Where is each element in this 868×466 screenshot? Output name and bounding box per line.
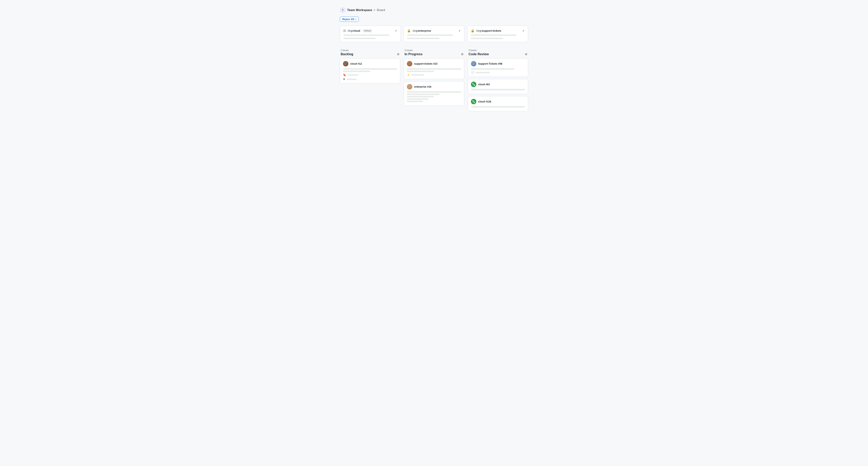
repo-card-name: Org/cloud (348, 29, 360, 32)
breadcrumb-page: Board (377, 8, 385, 12)
column-backlog: 2 Issues Backlog ⚙ cloud #12 🔖 (340, 47, 400, 86)
repo-card-cloud[interactable]: ⊟ Org/cloud Default ✓ (340, 26, 401, 42)
repo-card-bar (407, 34, 453, 36)
repo-icon: ⊟ (343, 29, 346, 33)
issue-meta-bookmark: 🔖 (343, 73, 397, 76)
svg-point-2 (472, 100, 473, 101)
issue-card-header: cloud #63 (471, 82, 525, 87)
column-issue-count: 3 Issues (404, 49, 463, 52)
issue-title: Support-Tickets #98 (478, 62, 502, 65)
repo-card-name: Org/enterprise (413, 29, 431, 32)
column-code-review: 3 Issues Code Review ⚙ Support-Tickets #… (468, 47, 528, 113)
column-issue-count: 2 Issues (341, 49, 399, 52)
issue-title: cloud #126 (478, 100, 491, 103)
issue-card-header: cloud #12 (343, 61, 397, 66)
column-issue-count: 3 Issues (469, 49, 527, 52)
repo-card-header: 🔒 Org/enterprise ✓ (407, 29, 461, 33)
gear-icon[interactable]: ⚙ (397, 53, 399, 56)
issue-title: cloud #63 (478, 83, 490, 86)
bookmark-icon: 🔖 (343, 73, 346, 76)
repo-card-bar-short (343, 38, 376, 39)
repo-card-bar-short (471, 38, 503, 39)
check-icon: ✓ (522, 29, 525, 32)
default-badge: Default (363, 29, 372, 32)
breadcrumb: T Team Workspace > Board (340, 7, 528, 13)
pull-request-icon (471, 99, 476, 104)
repo-card-bar (471, 34, 517, 36)
board: 2 Issues Backlog ⚙ cloud #12 🔖 (340, 47, 528, 113)
column-title-row: In Progress ⚙ (404, 52, 463, 56)
issue-meta-bar (411, 74, 424, 76)
gear-icon[interactable]: ⚙ (461, 53, 464, 56)
issue-meta-milestone: ⚑ (343, 78, 397, 81)
column-title-code-review: Code Review (469, 52, 489, 56)
chevron-down-icon: ▾ (355, 18, 356, 21)
lock-icon: 🔒 (471, 29, 474, 33)
avatar (471, 61, 476, 66)
workspace-name: Team Workspace (347, 8, 372, 12)
issue-bar (343, 71, 370, 72)
lightning-icon: ⚡ (407, 73, 410, 76)
column-header-code-review: 3 Issues Code Review ⚙ (468, 47, 528, 58)
issue-card-support-98[interactable]: Support-Tickets #98 📄 (468, 58, 528, 77)
issue-bar (471, 89, 525, 90)
issue-bar (407, 71, 434, 72)
issue-bar (407, 96, 434, 97)
issue-bar (407, 101, 423, 102)
repo-card-name: Org/support-tickets (476, 29, 501, 32)
milestone-icon: ⚑ (343, 78, 345, 81)
issue-meta-doc: 📄 (471, 71, 525, 74)
lock-icon: 🔒 (407, 29, 411, 33)
repo-card-header: 🔒 Org/support-tickets ✓ (471, 29, 525, 33)
issue-bar (407, 94, 439, 95)
column-title-row: Code Review ⚙ (469, 52, 527, 56)
issue-title: cloud #12 (350, 62, 362, 65)
issue-meta-bar (475, 72, 490, 73)
repos-filter-button[interactable]: Repos 3/3 ▾ (340, 17, 359, 22)
column-title-row: Backlog ⚙ (341, 52, 399, 56)
repo-card-header: ⊟ Org/cloud Default ✓ (343, 29, 397, 33)
svg-point-0 (472, 83, 473, 84)
issue-card-header: cloud #126 (471, 99, 525, 104)
issue-card-cloud-126[interactable]: cloud #126 (468, 96, 528, 111)
pull-request-icon (471, 82, 476, 87)
column-header-in-progress: 3 Issues In Progress ⚙ (404, 47, 464, 58)
check-icon: ✓ (395, 29, 397, 32)
issue-card-header: enterprise #16 (407, 84, 461, 89)
issue-card-support-23[interactable]: support-tickets #23 ⚡ (404, 58, 464, 79)
issue-title: support-tickets #23 (414, 62, 437, 65)
column-header-backlog: 2 Issues Backlog ⚙ (340, 47, 400, 58)
issue-meta-bar (347, 79, 357, 80)
issue-meta-bar (347, 74, 358, 76)
issue-card-header: support-tickets #23 (407, 61, 461, 66)
document-icon: 📄 (471, 71, 474, 74)
avatar (407, 61, 412, 66)
issue-title: enterprise #16 (414, 85, 431, 88)
issue-bar (471, 68, 514, 70)
issue-bar (407, 91, 461, 93)
breadcrumb-separator: > (374, 8, 375, 12)
issue-meta-lightning: ⚡ (407, 73, 461, 76)
avatar (407, 84, 412, 89)
issue-card-header: Support-Tickets #98 (471, 61, 525, 66)
issue-bar (343, 68, 397, 70)
issue-bar (407, 68, 461, 70)
repo-card-bar-short (407, 38, 439, 39)
issue-card-enterprise-16[interactable]: enterprise #16 (404, 81, 464, 106)
repo-cards-grid: ⊟ Org/cloud Default ✓ 🔒 Org/enterprise ✓ (340, 26, 528, 42)
repo-card-support-tickets[interactable]: 🔒 Org/support-tickets ✓ (467, 26, 528, 42)
page-wrapper: T Team Workspace > Board Repos 3/3 ▾ ⊟ O… (335, 0, 533, 121)
repo-card-enterprise[interactable]: 🔒 Org/enterprise ✓ (404, 26, 464, 42)
repo-card-bar (343, 34, 389, 36)
check-icon: ✓ (459, 29, 461, 32)
issue-bar (471, 106, 525, 107)
repos-filter-label: Repos 3/3 (342, 18, 354, 21)
issue-bar (407, 98, 429, 100)
avatar (343, 61, 348, 66)
column-title-in-progress: In Progress (404, 52, 423, 56)
workspace-avatar: T (340, 7, 346, 13)
issue-card-cloud-63[interactable]: cloud #63 (468, 79, 528, 94)
gear-icon[interactable]: ⚙ (525, 53, 527, 56)
issue-card-cloud-12[interactable]: cloud #12 🔖 ⚑ (340, 58, 400, 84)
column-in-progress: 3 Issues In Progress ⚙ support-tickets #… (404, 47, 464, 108)
